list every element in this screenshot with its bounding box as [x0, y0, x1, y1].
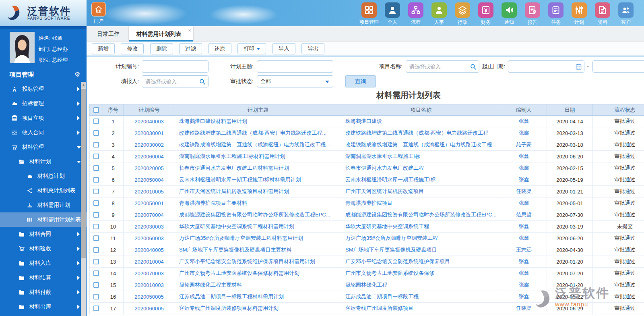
status-badge[interactable]: 审批通过	[593, 127, 644, 139]
scrollbar-up-arrow-icon[interactable]: ▲	[81, 82, 86, 88]
subject-link[interactable]: 云南水利枢纽潜明水库一期工程施工I标材料需用计划	[175, 174, 341, 186]
sidebar-scrollbar[interactable]: ▲	[81, 82, 86, 316]
module-layers-4[interactable]: 行政	[451, 2, 474, 26]
subject-link[interactable]: 客运专线广州调度所装修项目材料需用计划	[175, 303, 341, 314]
tab-daily-work[interactable]: 日常工作	[90, 26, 127, 42]
module-report-7[interactable]: 报告	[521, 2, 544, 26]
plan-no-link[interactable]: 2020050004	[124, 174, 175, 186]
sidebar-item-11[interactable]: 材料验收	[0, 241, 87, 256]
project-link[interactable]: 改建铁路成渝线增建第二直通线（成渝枢纽）电力线路迁改工程	[341, 139, 501, 151]
plan-no-link[interactable]: 2020010004	[124, 256, 175, 268]
sidebar-item-9[interactable]: 材料需用计划列表	[0, 212, 87, 227]
print-button[interactable]: 打印	[237, 43, 266, 54]
plan-no-link[interactable]: 2020010003	[124, 279, 175, 291]
date-to-input[interactable]	[592, 60, 644, 73]
plan-no-link[interactable]: 2020030001	[124, 127, 175, 139]
row-checkbox[interactable]	[93, 130, 99, 136]
sidebar-item-2[interactable]: 项目立项	[0, 111, 87, 125]
project-link[interactable]: 改建铁路线增建第二线直通线（成都-西安）电力线路迁改工程	[341, 127, 501, 139]
export-button[interactable]: 导出	[301, 43, 324, 54]
row-checkbox[interactable]	[93, 235, 99, 241]
filter-button[interactable]: 过滤	[179, 43, 202, 54]
plan-no-link[interactable]: 2020030002	[124, 139, 175, 151]
subject-link[interactable]: 长春市伊通河水力发电厂改建工程材料需用计划	[175, 162, 341, 174]
author-link[interactable]: 张鑫	[501, 198, 547, 209]
plan-no-link[interactable]: 2020060003	[124, 233, 175, 244]
module-grid-0[interactable]: 项目管理	[357, 2, 381, 26]
author-link[interactable]: 张鑫	[501, 221, 547, 233]
plan-no-link[interactable]: 2020060005	[124, 303, 175, 314]
subject-link[interactable]: 广州市天河区统计局机房改造项目材料需用计划	[175, 186, 341, 198]
project-link[interactable]: 云南水利枢纽潜明水库一期工程施工I标	[341, 174, 501, 186]
select-all-checkbox[interactable]	[93, 107, 99, 113]
status-badge[interactable]: 审批通过	[593, 174, 644, 186]
project-link[interactable]: 成都能源建设集团投资有限公司临时办公场所装修改造工程EPC...	[341, 209, 501, 221]
row-checkbox[interactable]	[93, 224, 99, 229]
row-checkbox[interactable]	[93, 177, 99, 183]
delete-button[interactable]: 删除	[150, 43, 173, 54]
subject-link[interactable]: 广安邓小平纪念馆安全防范系统维护保养项目材料需用计划	[175, 256, 341, 268]
plan-no-link[interactable]: 2020010005	[124, 186, 175, 198]
status-badge[interactable]: 审批通过	[593, 151, 644, 162]
subject-link[interactable]: SM广场地下车库更换摄像机及硬盘项目主要材料	[175, 244, 341, 256]
plan-no-input[interactable]	[142, 60, 208, 73]
author-link[interactable]: 张鑫	[501, 162, 547, 174]
plan-no-link[interactable]: 2020050005	[124, 291, 175, 303]
author-link[interactable]: 范思哲	[501, 209, 547, 221]
search-icon[interactable]	[199, 78, 206, 85]
status-badge[interactable]: 审批通过	[593, 116, 644, 127]
subject-link[interactable]: 江苏成品油二期项目一标段工程材料需用计划	[175, 291, 341, 303]
plan-no-link[interactable]: 2020070004	[124, 209, 175, 221]
portal-button[interactable]: 门户	[89, 2, 108, 25]
restore-button[interactable]: 还原	[208, 43, 231, 54]
add-button[interactable]: 新增	[92, 43, 115, 54]
project-link[interactable]: 晟铭园林绿化工程	[341, 279, 501, 291]
status-badge[interactable]: 审批通过	[593, 303, 644, 314]
module-docpage-10[interactable]: 资料	[591, 2, 614, 26]
project-link[interactable]: 客运专线广州调度所装修项目	[341, 303, 501, 314]
subject-link[interactable]: 广州市文物考古工地安防系统设备保修材料需用计划	[175, 268, 341, 279]
plan-no-link[interactable]: 2020050001	[124, 198, 175, 209]
edit-button[interactable]: 修改	[121, 43, 144, 54]
status-badge[interactable]: 审批通过	[593, 198, 644, 209]
status-badge[interactable]: 审批通过	[593, 139, 644, 151]
subject-link[interactable]: 华软大厦研究基地中央空调系统工程材料需用计划	[175, 221, 341, 233]
subject-link[interactable]: 青海洪湖养护院项目主要材料	[175, 198, 341, 209]
row-checkbox[interactable]	[93, 154, 99, 159]
author-link[interactable]: 张鑫	[501, 268, 547, 279]
subject-link[interactable]: 晟铭园林绿化工程主要材料	[175, 279, 341, 291]
author-link[interactable]: 苑子豪	[501, 139, 547, 151]
project-link[interactable]: SM广场地下车库更换摄像机及硬盘项目	[341, 244, 501, 256]
sidebar-item-10[interactable]: 材料合同	[0, 227, 87, 241]
module-safe-5[interactable]: 财务	[474, 2, 497, 26]
status-badge[interactable]: 审批通过	[593, 233, 644, 244]
row-checkbox[interactable]	[93, 118, 99, 124]
row-checkbox[interactable]	[93, 142, 99, 148]
row-checkbox[interactable]	[93, 212, 99, 218]
module-sitemap-2[interactable]: 流程	[404, 2, 427, 26]
date-from-input[interactable]	[508, 60, 584, 73]
module-clipboard-8[interactable]: 任务	[544, 2, 568, 26]
author-link[interactable]: 张鑫	[501, 116, 547, 127]
project-link[interactable]: 广州市文物考古工地安防系统设备保修	[341, 268, 501, 279]
status-badge[interactable]: 审批通过	[593, 279, 644, 291]
module-speaker-6[interactable]: 通知	[497, 2, 521, 26]
module-user-1[interactable]: 个人	[381, 2, 404, 26]
row-checkbox[interactable]	[93, 282, 99, 288]
project-link[interactable]: 青海洪湖养护院项目	[341, 198, 501, 209]
close-icon[interactable]: ×	[188, 23, 191, 38]
approval-status-select[interactable]: 全部	[257, 75, 333, 87]
module-people-11[interactable]: 客户	[614, 2, 638, 26]
plan-no-link[interactable]: 2020040003	[124, 116, 175, 127]
project-link[interactable]: 广安邓小平纪念馆安全防范系统维护保养项目	[341, 256, 501, 268]
plan-no-link[interactable]: 2020030003	[124, 221, 175, 233]
sidebar-item-5[interactable]: 材料计划	[0, 154, 87, 169]
status-badge[interactable]: 审批通过	[593, 291, 644, 303]
sidebar-item-13[interactable]: 材料结算	[0, 270, 87, 285]
row-checkbox[interactable]	[93, 306, 99, 311]
gear-icon[interactable]: ⚙	[74, 67, 80, 82]
author-link[interactable]: 张鑫	[501, 279, 547, 291]
subject-link[interactable]: 万达广场35#会所及咖啡厅空调安装工程材料需用计划	[175, 233, 341, 244]
status-badge[interactable]: 未提交	[593, 221, 644, 233]
subject-link[interactable]: 成都能源建设集团投资有限公司临时办公场所装修改造工程EPC...	[175, 209, 341, 221]
